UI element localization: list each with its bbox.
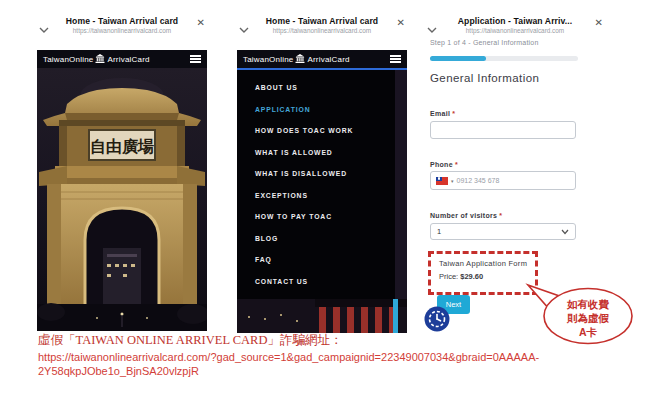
email-field[interactable] [430, 121, 576, 139]
screenshot-root: Home - Taiwan Arrival card https://taiwa… [0, 0, 652, 405]
phone-label: Phone* [430, 161, 458, 168]
brand-right-text: ArrivalCard [107, 55, 149, 64]
step-indicator-text: Step 1 of 4 - General Information [430, 40, 580, 49]
hamburger-menu-icon[interactable] [190, 54, 201, 65]
taiwan-flag-icon [436, 177, 448, 185]
close-icon[interactable]: ✕ [397, 18, 405, 28]
scam-warning-callout: 如有收費 則為虛假 A卡 [524, 283, 636, 351]
menu-item-faq[interactable]: FAQ [255, 256, 395, 278]
visitors-label: Number of visitors* [430, 212, 502, 219]
tab-url: https://taiwanonlinearrivalcard.com [425, 27, 605, 34]
email-label: Email* [430, 110, 455, 117]
progress-fill [430, 56, 486, 61]
menu-item-what-is-allowed[interactable]: WHAT IS ALLOWED [255, 149, 395, 171]
close-icon[interactable]: ✕ [595, 18, 603, 28]
menu-item-about-us[interactable]: ABOUT US [255, 84, 395, 106]
liberty-square-gate-photo: 自由廣場 [37, 68, 207, 335]
tab-url: https://taiwanonlinearrivalcard.com [237, 27, 407, 34]
phone-placeholder: 0912 345 678 [457, 177, 500, 184]
tab-url: https://taiwanonlinearrivalcard.com [37, 27, 207, 34]
visitors-select[interactable]: 1 [430, 223, 576, 240]
tab-title: Home - Taiwan Arrival card [237, 16, 407, 26]
menu-item-blog[interactable]: BLOG [255, 235, 395, 257]
progress-bar [430, 56, 578, 61]
callout-line-3: A卡 [579, 326, 598, 338]
menu-item-contact-us[interactable]: CONTACT US [255, 278, 395, 300]
brand-left-text: TaiwanOnline [43, 55, 93, 64]
chevron-down-icon[interactable] [39, 20, 49, 28]
site-logo: TaiwanOnline ArrivalCard [43, 54, 150, 65]
brand-right-text: ArrivalCard [307, 55, 349, 64]
menu-item-exceptions[interactable]: EXCEPTIONS [255, 192, 395, 214]
form-heading: General Information [430, 72, 539, 84]
phone1-home-screenshot: Home - Taiwan Arrival card https://taiwa… [37, 14, 207, 335]
clock-widget-icon[interactable] [424, 306, 450, 332]
chevron-down-icon[interactable] [427, 20, 437, 28]
menu-item-how-does-toac-work[interactable]: HOW DOES TOAC WORK [255, 127, 395, 149]
gate-plaque-text: 自由廣場 [90, 138, 154, 155]
required-asterisk: * [499, 212, 502, 219]
scam-url-line-1: https://taiwanonlinearrivalcard.com/?gad… [38, 350, 539, 364]
chevron-down-icon [561, 229, 569, 235]
brand-left-text: TaiwanOnline [243, 55, 293, 64]
scrollbar[interactable] [393, 299, 398, 333]
menu-item-what-is-disallowed[interactable]: WHAT IS DISALLOWED [255, 170, 395, 192]
callout-line-2: 則為虛假 [566, 312, 610, 324]
product-name: Taiwan Application Form [439, 259, 535, 268]
phone1-site-header: TaiwanOnline ArrivalCard [37, 50, 207, 68]
scam-headline-text: 虛假「TAIWAN ONLINE ARRIVEL CARD」詐騙網址： [38, 332, 342, 349]
scam-url-text: https://taiwanonlinearrivalcard.com/?gad… [38, 350, 539, 378]
chevron-down-icon[interactable] [239, 20, 249, 28]
temple-icon [295, 54, 305, 65]
phone2-tab-row: Home - Taiwan Arrival card https://taiwa… [237, 14, 407, 44]
hamburger-menu-icon[interactable] [390, 54, 401, 65]
required-asterisk: * [452, 110, 455, 117]
phone2-site-header: TaiwanOnline ArrivalCard [237, 50, 407, 68]
tab-title: Home - Taiwan Arrival card [37, 16, 207, 26]
site-logo: TaiwanOnline ArrivalCard [243, 54, 350, 65]
menu-item-how-to-pay-toac[interactable]: HOW TO PAY TOAC [255, 213, 395, 235]
theater-photo-strip [237, 299, 407, 333]
scam-url-line-2: 2Y58qkpJObe1o_BjnSA20vlzpjR [38, 364, 539, 378]
required-asterisk: * [455, 161, 458, 168]
menu-item-application[interactable]: APPLICATION [255, 106, 395, 128]
phone2-page-body: ABOUT US APPLICATION HOW DOES TOAC WORK … [237, 70, 407, 333]
product-price: Price: $29.60 [439, 272, 535, 281]
tab-title: Application - Taiwan Arriv... [425, 16, 605, 26]
price-highlight-box: Taiwan Application Form Price: $29.60 [428, 251, 538, 295]
close-icon[interactable]: ✕ [197, 18, 205, 28]
nav-menu-panel: ABOUT US APPLICATION HOW DOES TOAC WORK … [237, 70, 395, 299]
photo-sliver [395, 70, 407, 299]
phone-field[interactable]: ▾ 0912 345 678 [430, 171, 576, 190]
phone1-tab-row: Home - Taiwan Arrival card https://taiwa… [37, 14, 207, 44]
temple-icon [95, 54, 105, 65]
visitors-value: 1 [437, 227, 441, 236]
phone2-menu-screenshot: Home - Taiwan Arrival card https://taiwa… [237, 14, 407, 333]
callout-line-1: 如有收費 [566, 298, 610, 310]
country-caret-icon: ▾ [451, 178, 454, 184]
